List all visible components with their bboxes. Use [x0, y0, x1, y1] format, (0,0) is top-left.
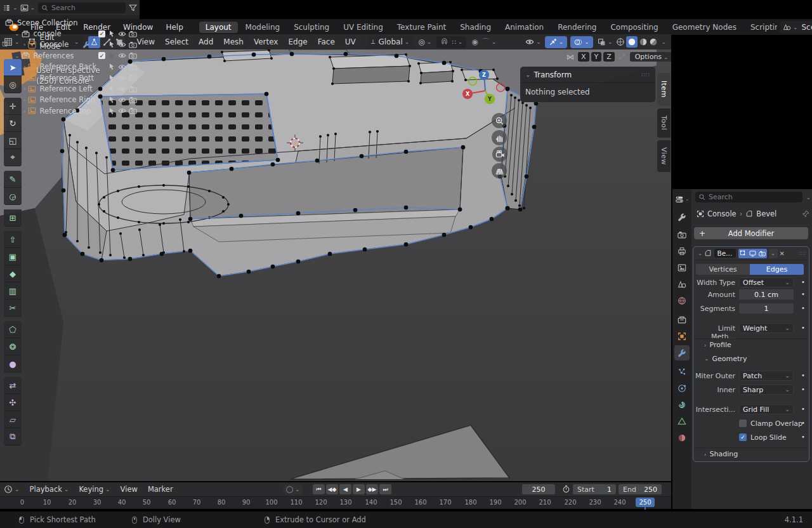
hide-eye-icon[interactable]: [118, 85, 126, 93]
shading-material-button[interactable]: [639, 37, 648, 46]
row-label[interactable]: References: [34, 51, 74, 60]
tab-render[interactable]: [674, 227, 690, 242]
tool-annotate[interactable]: ✎: [4, 171, 22, 188]
outliner-row-reference-back[interactable]: › Reference Back: [0, 62, 140, 72]
row-label[interactable]: Reference top: [40, 107, 91, 116]
close-icon[interactable]: ✕: [780, 250, 785, 257]
shading-subpanel-header[interactable]: ›Shading: [693, 447, 809, 460]
render-camera-icon[interactable]: [129, 107, 137, 115]
collapse-chevron-icon[interactable]: ⌄: [525, 71, 530, 78]
tab-collection[interactable]: [674, 312, 690, 327]
chevron-down-icon[interactable]: ⌄: [295, 486, 300, 492]
properties-search-input[interactable]: Search: [695, 192, 802, 202]
tool-rip-region[interactable]: ⧉: [4, 428, 22, 446]
animate-dot[interactable]: •: [801, 305, 805, 312]
menu-help[interactable]: Help: [159, 23, 189, 32]
mirror-y-toggle[interactable]: Y: [591, 52, 602, 62]
outliner-row-reference-left[interactable]: › Reference Left: [0, 83, 140, 94]
row-label[interactable]: Console: [40, 40, 69, 49]
render-camera-icon[interactable]: [129, 63, 137, 71]
animate-dot[interactable]: •: [801, 372, 805, 379]
editor-type-button[interactable]: ⌄: [4, 485, 20, 494]
shading-solid-button[interactable]: [626, 36, 638, 48]
shading-rendered-button[interactable]: [649, 37, 658, 46]
render-camera-icon[interactable]: [129, 41, 137, 49]
tab-world[interactable]: [674, 293, 690, 308]
auto-key-record-button[interactable]: [286, 486, 293, 493]
selectable-flag-icon[interactable]: [108, 107, 115, 115]
menu-uv[interactable]: UV: [340, 37, 361, 46]
animate-dot[interactable]: •: [801, 419, 805, 426]
editor-type-button[interactable]: ⌄: [3, 4, 18, 12]
pin-icon[interactable]: [802, 210, 809, 218]
expand-chevron-icon[interactable]: ›: [23, 41, 26, 48]
tab-material[interactable]: [674, 430, 690, 446]
selectable-flag-icon[interactable]: [108, 74, 115, 82]
snap-dotted-icon[interactable]: ⤢: [619, 53, 625, 61]
amount-field[interactable]: 0.1 cm: [739, 289, 794, 300]
hide-eye-icon[interactable]: [118, 107, 126, 115]
workspace-tab-compositing[interactable]: Compositing: [604, 22, 664, 33]
tab-physics[interactable]: [674, 381, 690, 396]
prev-keyframe-button[interactable]: ◀◆: [326, 484, 338, 494]
hide-eye-icon[interactable]: [118, 30, 126, 38]
timeline-ruler[interactable]: 0 10 20 30 40 50 60 70 80 90 100 110 120…: [0, 496, 671, 508]
workspace-tab-shading[interactable]: Shading: [454, 22, 497, 33]
tool-inset-faces[interactable]: ▣: [4, 248, 22, 265]
breadcrumb-object[interactable]: Console: [707, 209, 737, 218]
render-camera-icon[interactable]: [129, 96, 137, 104]
miter-inner-dropdown[interactable]: Sharp⌄: [739, 385, 794, 395]
tool-edge-slide[interactable]: ⇄: [4, 377, 22, 394]
menu-vertex[interactable]: Vertex: [249, 37, 284, 46]
expand-chevron-icon[interactable]: ⌄: [15, 30, 20, 37]
menu-keying[interactable]: Keying⌄: [74, 485, 115, 494]
transform-orientation-dropdown[interactable]: ⟂ Global ⌄: [367, 36, 414, 48]
menu-face[interactable]: Face: [313, 37, 340, 46]
outliner-row-references-collection[interactable]: ⌄ References ✓: [0, 50, 140, 61]
sidebar-tab-tool[interactable]: Tool: [657, 109, 671, 138]
affect-vertices-button[interactable]: Vertices: [696, 264, 750, 275]
menu-edge[interactable]: Edge: [283, 37, 312, 46]
animate-dot[interactable]: •: [801, 324, 805, 331]
tool-loop-cut[interactable]: ▥: [4, 282, 22, 300]
outliner-search-input[interactable]: Search: [38, 3, 126, 13]
workspace-tab-sculpting[interactable]: Sculpting: [287, 22, 336, 33]
row-label[interactable]: Reference Back: [40, 62, 96, 71]
expand-chevron-icon[interactable]: ›: [23, 63, 26, 70]
tool-add-cube[interactable]: ⊞: [4, 209, 22, 227]
tool-bevel[interactable]: ◆: [4, 265, 22, 282]
pan-button[interactable]: [492, 130, 507, 145]
chevron-down-icon[interactable]: ⌄: [458, 39, 463, 45]
row-label[interactable]: Reference Left: [40, 84, 93, 93]
sidebar-tab-item[interactable]: Item: [657, 73, 671, 106]
width-type-dropdown[interactable]: Offset⌄: [739, 277, 794, 287]
expand-chevron-icon[interactable]: ⌄: [15, 53, 20, 59]
intersection-dropdown[interactable]: Grid Fill⌄: [739, 404, 794, 414]
hide-eye-icon[interactable]: [118, 63, 126, 71]
next-keyframe-button[interactable]: ◆▶: [366, 484, 378, 494]
scene-name[interactable]: Scene: [801, 23, 812, 32]
expand-chevron-icon[interactable]: ›: [23, 108, 26, 114]
tab-scene[interactable]: [674, 277, 690, 292]
tab-object[interactable]: [674, 329, 690, 344]
selectable-flag-icon[interactable]: [108, 30, 115, 37]
tool-scale[interactable]: ◱: [4, 132, 22, 149]
miter-outer-dropdown[interactable]: Patch⌄: [739, 371, 794, 381]
show-gizmo-toggle[interactable]: ⌄: [545, 36, 568, 48]
falloff-dropdown[interactable]: ⌒⌄: [482, 37, 497, 48]
workspace-tab-texture-paint[interactable]: Texture Paint: [391, 22, 452, 33]
tool-transform[interactable]: ⌖: [4, 149, 22, 166]
render-camera-icon[interactable]: [129, 85, 137, 93]
segments-field[interactable]: 1: [739, 303, 794, 314]
tool-shear[interactable]: ▱: [4, 411, 22, 428]
menu-add[interactable]: Add: [193, 37, 218, 46]
sidebar-tab-view[interactable]: View: [657, 140, 671, 172]
render-camera-icon[interactable]: [129, 51, 137, 60]
workspace-tab-scripting[interactable]: Scripting: [744, 22, 777, 33]
workspace-tab-animation[interactable]: Animation: [499, 22, 550, 33]
play-button[interactable]: ▶: [353, 484, 365, 494]
tool-shrink-fatten[interactable]: ✣: [4, 394, 22, 411]
row-label[interactable]: console: [34, 29, 62, 38]
show-overlays-toggle[interactable]: ⌄: [570, 36, 593, 48]
selectable-flag-icon[interactable]: [108, 41, 115, 48]
